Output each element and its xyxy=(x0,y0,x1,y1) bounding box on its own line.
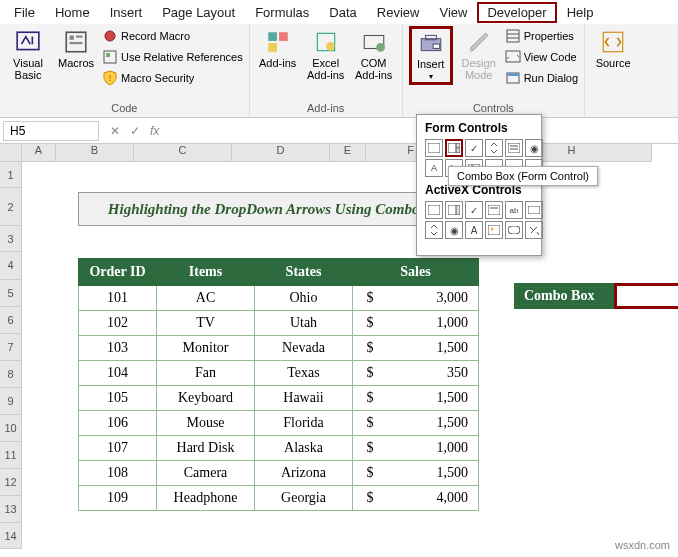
col-header[interactable]: B xyxy=(56,144,134,162)
macro-security-button[interactable]: ! Macro Security xyxy=(102,68,243,88)
cell-orderid[interactable]: 102 xyxy=(79,311,157,336)
macros-button[interactable]: Macros xyxy=(54,26,98,72)
row-header[interactable]: 12 xyxy=(0,469,22,496)
col-header[interactable]: C xyxy=(134,144,232,162)
cell-orderid[interactable]: 104 xyxy=(79,361,157,386)
cell-state[interactable]: Ohio xyxy=(255,286,353,311)
command-button-activex[interactable] xyxy=(425,201,443,219)
table-row[interactable]: 109HeadphoneGeorgia$4,000 xyxy=(79,486,479,511)
cell-sales[interactable]: $4,000 xyxy=(353,486,479,511)
cell-state[interactable]: Utah xyxy=(255,311,353,336)
properties-button[interactable]: Properties xyxy=(505,26,578,46)
design-mode-button[interactable]: Design Mode xyxy=(457,26,501,84)
row-header[interactable]: 2 xyxy=(0,188,22,226)
menu-review[interactable]: Review xyxy=(367,2,430,23)
cell-sales[interactable]: $1,500 xyxy=(353,386,479,411)
cell-orderid[interactable]: 106 xyxy=(79,411,157,436)
cell-orderid[interactable]: 105 xyxy=(79,386,157,411)
cell-sales[interactable]: $1,000 xyxy=(353,311,479,336)
menu-formulas[interactable]: Formulas xyxy=(245,2,319,23)
cell-orderid[interactable]: 103 xyxy=(79,336,157,361)
table-row[interactable]: 101ACOhio$3,000 xyxy=(79,286,479,311)
cell-state[interactable]: Georgia xyxy=(255,486,353,511)
spin-button-form-control[interactable] xyxy=(485,139,503,157)
combo-box-target-cell[interactable] xyxy=(614,283,678,309)
cell-orderid[interactable]: 109 xyxy=(79,486,157,511)
menu-view[interactable]: View xyxy=(429,2,477,23)
cell-item[interactable]: Hard Disk xyxy=(157,436,255,461)
cell-item[interactable]: Keyboard xyxy=(157,386,255,411)
col-header[interactable]: D xyxy=(232,144,330,162)
more-controls-activex[interactable] xyxy=(525,221,543,239)
menu-insert[interactable]: Insert xyxy=(100,2,153,23)
com-addins-button[interactable]: COM Add-ins xyxy=(352,26,396,84)
cell-state[interactable]: Arizona xyxy=(255,461,353,486)
row-header[interactable]: 13 xyxy=(0,496,22,523)
cell-item[interactable]: TV xyxy=(157,311,255,336)
text-box-activex[interactable]: ab xyxy=(505,201,523,219)
row-header[interactable]: 6 xyxy=(0,307,22,334)
view-code-button[interactable]: View Code xyxy=(505,47,578,67)
cell-sales[interactable]: $1,500 xyxy=(353,336,479,361)
col-header[interactable]: E xyxy=(330,144,366,162)
menu-data[interactable]: Data xyxy=(319,2,366,23)
combo-box-form-control[interactable] xyxy=(445,139,463,157)
fx-icon[interactable]: fx xyxy=(150,124,159,138)
cell-item[interactable]: Camera xyxy=(157,461,255,486)
checkbox-form-control[interactable]: ✓ xyxy=(465,139,483,157)
checkbox-activex[interactable]: ✓ xyxy=(465,201,483,219)
cell-item[interactable]: Headphone xyxy=(157,486,255,511)
row-header[interactable]: 8 xyxy=(0,361,22,388)
run-dialog-button[interactable]: Run Dialog xyxy=(505,68,578,88)
row-header[interactable]: 3 xyxy=(0,226,22,252)
addins-button[interactable]: Add-ins xyxy=(256,26,300,72)
group-box-form-control[interactable]: A xyxy=(425,159,443,177)
table-row[interactable]: 105KeyboardHawaii$1,500 xyxy=(79,386,479,411)
row-header[interactable]: 10 xyxy=(0,415,22,442)
combo-box-activex[interactable] xyxy=(445,201,463,219)
image-activex[interactable] xyxy=(485,221,503,239)
spin-button-activex[interactable] xyxy=(425,221,443,239)
select-all-corner[interactable] xyxy=(0,144,22,162)
accept-formula-icon[interactable]: ✓ xyxy=(130,124,140,138)
menu-page-layout[interactable]: Page Layout xyxy=(152,2,245,23)
row-header[interactable]: 5 xyxy=(0,280,22,307)
label-activex[interactable]: A xyxy=(465,221,483,239)
cell-orderid[interactable]: 108 xyxy=(79,461,157,486)
cell-sales[interactable]: $1,000 xyxy=(353,436,479,461)
cell-item[interactable]: AC xyxy=(157,286,255,311)
use-relative-references-button[interactable]: Use Relative References xyxy=(102,47,243,67)
menu-file[interactable]: File xyxy=(4,2,45,23)
cell-state[interactable]: Nevada xyxy=(255,336,353,361)
insert-controls-button[interactable]: Insert ▾ xyxy=(409,26,453,85)
menu-help[interactable]: Help xyxy=(557,2,604,23)
table-row[interactable]: 108CameraArizona$1,500 xyxy=(79,461,479,486)
cell-orderid[interactable]: 107 xyxy=(79,436,157,461)
visual-basic-button[interactable]: Visual Basic xyxy=(6,26,50,84)
excel-addins-button[interactable]: Excel Add-ins xyxy=(304,26,348,84)
row-header[interactable]: 4 xyxy=(0,252,22,280)
cell-item[interactable]: Mouse xyxy=(157,411,255,436)
row-header[interactable]: 7 xyxy=(0,334,22,361)
list-box-activex[interactable] xyxy=(485,201,503,219)
toggle-button-activex[interactable] xyxy=(505,221,523,239)
cancel-formula-icon[interactable]: ✕ xyxy=(110,124,120,138)
cell-sales[interactable]: $3,000 xyxy=(353,286,479,311)
cell-orderid[interactable]: 101 xyxy=(79,286,157,311)
table-row[interactable]: 102TVUtah$1,000 xyxy=(79,311,479,336)
scroll-bar-activex[interactable] xyxy=(525,201,543,219)
row-header[interactable]: 11 xyxy=(0,442,22,469)
menu-developer[interactable]: Developer xyxy=(477,2,556,23)
cell-state[interactable]: Alaska xyxy=(255,436,353,461)
cell-item[interactable]: Monitor xyxy=(157,336,255,361)
option-button-activex[interactable]: ◉ xyxy=(445,221,463,239)
cell-item[interactable]: Fan xyxy=(157,361,255,386)
cell-sales[interactable]: $1,500 xyxy=(353,411,479,436)
cell-state[interactable]: Florida xyxy=(255,411,353,436)
row-header[interactable]: 14 xyxy=(0,523,22,549)
cell-state[interactable]: Texas xyxy=(255,361,353,386)
source-button[interactable]: Source xyxy=(591,26,635,72)
cell-state[interactable]: Hawaii xyxy=(255,386,353,411)
option-button-form-control[interactable]: ◉ xyxy=(525,139,543,157)
row-header[interactable]: 9 xyxy=(0,388,22,415)
